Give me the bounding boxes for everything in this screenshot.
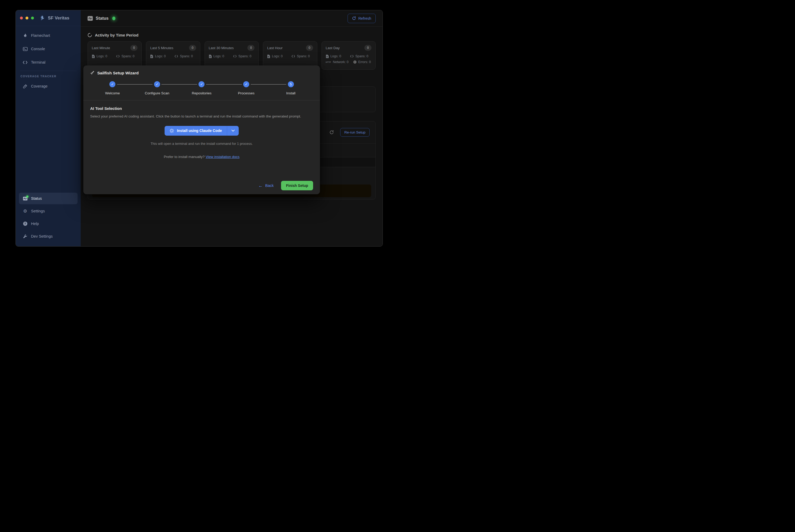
sidebar-item-label: Terminal: [31, 60, 45, 64]
pulse-icon: [23, 196, 27, 201]
document-icon: [326, 55, 329, 58]
spans-icon: [174, 55, 178, 58]
install-button-group: Install using Claude Code: [165, 126, 239, 136]
count-badge: 0: [364, 45, 372, 51]
count-badge: 0: [130, 45, 137, 51]
sidebar-item-label: Settings: [31, 209, 45, 213]
minimize-window-button[interactable]: [25, 17, 29, 19]
sidebar-item-label: Status: [31, 196, 42, 201]
sidebar-nav: Flamechart Console Terminal COVERAGE TRA…: [16, 26, 81, 94]
step-install: 5 Install: [268, 81, 313, 95]
finish-setup-button[interactable]: Finish Setup: [281, 181, 313, 190]
document-icon: [209, 55, 212, 58]
page-header: Status Refresh: [81, 10, 382, 26]
logs-stat: Logs: 0: [92, 54, 107, 58]
page-title: Status: [96, 16, 109, 21]
rerun-setup-button[interactable]: Re-run Setup: [340, 128, 370, 137]
rerun-refresh-icon: [329, 130, 334, 135]
sidebar-item-coverage[interactable]: Coverage: [19, 80, 78, 92]
zoom-window-button[interactable]: [31, 17, 34, 19]
sidebar-item-status[interactable]: Status: [19, 193, 78, 204]
arrow-left-icon: ←: [259, 184, 263, 188]
sidebar-header: SF Veritas: [16, 10, 81, 26]
sidebar-item-flamechart[interactable]: Flamechart: [19, 30, 78, 41]
step-welcome: ✓ Welcome: [90, 81, 135, 95]
wizard-title: Sailfish Setup Wizard: [97, 71, 138, 75]
code-icon: [23, 61, 27, 64]
logs-stat: Logs: 0: [209, 54, 224, 58]
sidebar-item-label: Help: [31, 222, 39, 226]
sidebar-item-console[interactable]: Console: [19, 43, 78, 55]
refresh-button[interactable]: Refresh: [347, 14, 376, 23]
step-check-icon: ✓: [154, 81, 160, 87]
activity-section-header: Activity by Time Period: [88, 33, 376, 37]
error-icon: !: [353, 60, 357, 63]
spans-icon: [350, 55, 354, 58]
back-button[interactable]: ← Back: [259, 184, 274, 188]
document-icon: [92, 55, 95, 58]
network-stat: HTTPNetwork: 0: [326, 60, 348, 64]
sidebar-divider: [20, 71, 76, 71]
errors-stat: !Errors: 0: [353, 60, 371, 64]
health-indicator-dot: [112, 17, 115, 20]
gear-icon: ⚙: [23, 209, 27, 213]
step-check-icon: ✓: [198, 81, 205, 87]
sidebar-item-help[interactable]: ? Help: [19, 218, 78, 229]
chevron-down-icon: [231, 130, 235, 132]
activity-card-last-day: Last Day0 Logs: 0 Spans: 0 HTTPNetwork: …: [322, 41, 376, 70]
clock-loader-icon: [88, 33, 92, 37]
console-icon: [23, 47, 27, 51]
logs-stat: Logs: 0: [267, 54, 283, 58]
wizard-stepper: ✓ Welcome ✓ Configure Scan ✓ Repositorie…: [83, 76, 320, 95]
screen: SF Veritas Flamechart Console: [0, 0, 398, 266]
status-page-icon: [88, 16, 93, 21]
sidebar-item-label: Flamechart: [31, 33, 50, 38]
sidebar-item-dev-settings[interactable]: Dev Settings: [19, 230, 78, 242]
spans-icon: [116, 55, 120, 58]
rocket-icon: [90, 71, 95, 75]
spans-icon: [233, 55, 236, 58]
spans-stat: Spans: 0: [174, 54, 193, 58]
sidebar-section-label: COVERAGE TRACKER: [19, 74, 78, 80]
status-green-dot: [26, 195, 29, 198]
document-icon: [267, 55, 270, 58]
sidebar-item-label: Console: [31, 47, 45, 51]
manual-install-line: Prefer to install manually? View install…: [90, 155, 313, 159]
count-badge: 0: [189, 45, 196, 51]
setup-wizard-modal: Sailfish Setup Wizard ✓ Welcome ✓ Config…: [83, 65, 320, 194]
sidebar: SF Veritas Flamechart Console: [16, 10, 81, 246]
app-window: SF Veritas Flamechart Console: [16, 10, 383, 247]
document-icon: [150, 55, 153, 58]
spans-icon: [291, 55, 295, 58]
claude-starburst-icon: [170, 129, 174, 133]
sidebar-item-label: Coverage: [31, 84, 48, 88]
spans-stat: Spans: 0: [116, 54, 134, 58]
step-number: 5: [288, 81, 294, 87]
window-controls: [20, 17, 34, 19]
sidebar-item-label: Dev Settings: [31, 234, 53, 239]
install-note: This will open a terminal and run the in…: [90, 142, 313, 146]
sidebar-bottom-nav: Status ⚙ Settings ? Help Dev Settings: [16, 193, 81, 246]
logs-stat: Logs: 0: [326, 54, 341, 58]
spans-stat: Spans: 0: [291, 54, 310, 58]
step-check-icon: ✓: [109, 81, 115, 87]
app-title: SF Veritas: [48, 16, 70, 20]
step-check-icon: ✓: [243, 81, 249, 87]
test-tube-icon: [23, 84, 27, 89]
step-configure-scan: ✓ Configure Scan: [135, 81, 179, 95]
sidebar-item-settings[interactable]: ⚙ Settings: [19, 205, 78, 217]
count-badge: 0: [306, 45, 313, 51]
ai-tool-selection-title: AI Tool Selection: [90, 106, 313, 111]
help-icon: ?: [23, 222, 27, 226]
sailfish-logo-icon: [39, 15, 45, 21]
http-icon: HTTP: [326, 61, 331, 63]
view-installation-docs-link[interactable]: View installation docs: [206, 155, 240, 159]
sidebar-item-terminal[interactable]: Terminal: [19, 57, 78, 68]
install-options-dropdown-button[interactable]: [227, 126, 239, 136]
close-window-button[interactable]: [20, 17, 23, 19]
wizard-body: AI Tool Selection Select your preferred …: [83, 100, 320, 159]
spans-stat: Spans: 0: [350, 54, 368, 58]
count-badge: 0: [247, 45, 254, 51]
activity-section-title: Activity by Time Period: [95, 33, 138, 37]
install-claude-code-button[interactable]: Install using Claude Code: [165, 126, 227, 136]
